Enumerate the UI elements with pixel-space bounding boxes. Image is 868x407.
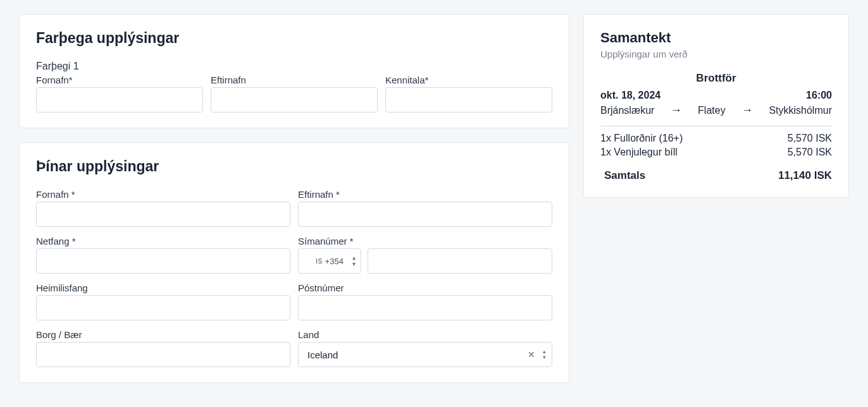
passenger-ssn-label: Kennitala* [385,75,552,85]
passenger-lastname-label: Eftirnafn [211,75,378,85]
route-mid: Flatey [698,105,726,116]
divider [600,126,832,126]
address-field: Heimilisfang [36,282,290,320]
country-select-value: Iceland [298,342,552,367]
total-label: Samtals [604,169,645,182]
phone-code-text: +354 [325,257,344,266]
total-row: Samtals 11,140 ISK [600,169,832,182]
email-field: Netfang * [36,236,290,274]
summary-subtitle: Upplýsingar um verð [600,49,832,59]
departure-header: Brottför [600,72,832,85]
passenger-ssn-field: Kennitala* [385,75,552,112]
chevron-updown-icon[interactable]: ▴▾ [543,349,546,360]
firstname-input[interactable] [36,202,290,227]
line-item-price: 5,570 ISK [788,147,832,158]
passenger-lastname-input[interactable] [211,87,378,112]
chevron-updown-icon: ▴▾ [352,255,356,267]
departure-date: okt. 18, 2024 [600,90,660,101]
firstname-field: Fornafn * [36,189,290,227]
email-label: Netfang * [36,236,290,246]
total-price: 11,140 ISK [778,169,832,182]
passenger-firstname-label: Fornafn* [36,75,203,85]
line-item-label: 1x Fullorðnir (16+) [600,133,683,144]
firstname-label: Fornafn * [36,189,290,200]
passenger-firstname-field: Fornafn* [36,75,203,112]
line-item-price: 5,570 ISK [788,133,832,144]
lastname-label: Eftirnafn * [298,189,552,200]
phone-country-code-select[interactable]: IS +354 ▴▾ [298,248,361,274]
email-input[interactable] [36,248,290,274]
phone-number-input[interactable] [368,248,552,274]
passenger-firstname-input[interactable] [36,87,203,112]
lastname-field: Eftirnafn * [298,189,552,227]
line-item: 1x Venjulegur bíll 5,570 ISK [600,147,832,158]
route-to: Stykkishólmur [769,105,832,116]
phone-flag-label: IS [316,258,322,265]
passenger-number-label: Farþegi 1 [36,61,552,72]
passenger-lastname-field: Eftirnafn [211,75,378,112]
city-field: Borg / Bær [36,329,290,367]
country-select[interactable]: Iceland ✕ ▴▾ [298,342,552,367]
passenger-ssn-input[interactable] [385,87,552,112]
address-input[interactable] [36,295,290,320]
clear-icon[interactable]: ✕ [528,349,535,360]
your-info-card: Þínar upplýsingar Fornafn * Eftirnafn * … [19,142,569,383]
city-label: Borg / Bær [36,329,290,340]
summary-card: Samantekt Upplýsingar um verð Brottför o… [583,14,849,198]
address-label: Heimilisfang [36,282,290,293]
departure-time: 16:00 [806,90,832,101]
country-field: Land Iceland ✕ ▴▾ [298,329,552,367]
your-info-title: Þínar upplýsingar [36,158,552,175]
route-row: Brjánslækur → Flatey → Stykkishólmur [600,104,832,117]
phone-field: Símanúmer * IS +354 ▴▾ [298,236,552,274]
route-from: Brjánslækur [600,105,654,116]
passenger-info-title: Farþega upplýsingar [36,30,552,47]
lastname-input[interactable] [298,202,552,227]
postcode-field: Póstnúmer [298,282,552,320]
line-item: 1x Fullorðnir (16+) 5,570 ISK [600,133,832,144]
country-label: Land [298,329,552,340]
line-item-label: 1x Venjulegur bíll [600,147,678,158]
arrow-right-icon: → [671,104,682,117]
postcode-label: Póstnúmer [298,282,552,293]
arrow-right-icon: → [741,104,753,117]
phone-label: Símanúmer * [298,236,552,246]
summary-title: Samantekt [600,30,832,46]
postcode-input[interactable] [298,295,552,320]
passenger-info-card: Farþega upplýsingar Farþegi 1 Fornafn* E… [19,14,569,128]
city-input[interactable] [36,342,290,367]
